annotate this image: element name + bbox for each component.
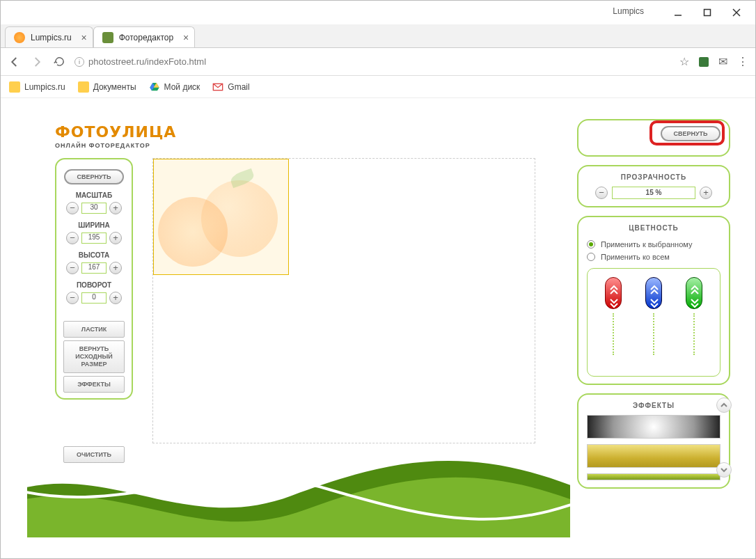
color-panel: ЦВЕТНОСТЬ Применить к выбранному Примени… [577, 216, 730, 385]
color-sliders [587, 268, 720, 377]
image-content [158, 197, 228, 267]
favicon-lumpics-icon [14, 32, 25, 43]
radio-label: Применить к выбранному [601, 240, 693, 249]
width-minus-button[interactable]: − [66, 232, 79, 244]
radio-icon [587, 240, 595, 249]
effect-preset-3[interactable] [587, 473, 720, 480]
scale-minus-button[interactable]: − [66, 202, 79, 214]
selected-image[interactable] [153, 159, 289, 275]
tab-close-icon[interactable]: × [81, 32, 87, 43]
restore-size-button[interactable]: ВЕРНУТЬ ИСХОДНЫЙ РАЗМЕР [63, 340, 125, 373]
app-logo: ФОТОУЛИЦА ОНЛАЙН ФОТОРЕДАКТОР [55, 123, 176, 149]
effect-preset-2[interactable] [587, 444, 720, 468]
back-button[interactable] [8, 55, 22, 69]
tab-close-icon[interactable]: × [183, 32, 189, 43]
eraser-button[interactable]: ЛАСТИК [63, 321, 125, 338]
favicon-photoeditor-icon [102, 32, 113, 43]
folder-icon [9, 81, 20, 93]
effect-preset-1[interactable] [587, 415, 720, 439]
site-info-icon[interactable]: i [74, 57, 84, 67]
transparency-value[interactable]: 15 % [612, 187, 695, 199]
rotate-plus-button[interactable]: + [109, 292, 122, 304]
editor-canvas[interactable] [152, 158, 535, 443]
av-shield-icon[interactable] [699, 57, 709, 67]
clear-button[interactable]: ОЧИСТИТЬ [63, 446, 125, 463]
scale-label: МАСШТАБ [61, 191, 127, 199]
forward-button[interactable] [30, 55, 44, 69]
transparency-minus-button[interactable]: − [595, 187, 608, 199]
svg-rect-1 [704, 10, 711, 16]
effects-button[interactable]: ЭФФЕКТЫ [63, 376, 125, 393]
effects-panel: ЭФФЕКТЫ [577, 393, 730, 489]
star-icon[interactable]: ☆ [679, 55, 689, 68]
rotate-stepper: − 0 + [61, 292, 127, 304]
slider-knob-icon [686, 277, 702, 309]
navbar: i photostreet.ru/indexFoto.html ☆ ✉ ⋮ [1, 48, 755, 76]
window-minimize-button[interactable] [663, 3, 693, 22]
slider-knob-icon [645, 277, 662, 309]
apply-selected-radio[interactable]: Применить к выбранному [587, 240, 720, 249]
red-slider[interactable] [605, 277, 622, 355]
width-plus-button[interactable]: + [109, 232, 122, 244]
width-value[interactable]: 195 [81, 233, 107, 244]
height-stepper: − 167 + [61, 262, 127, 274]
tab-strip: Lumpics.ru × Фоторедактор × [1, 24, 755, 48]
height-label: ВЫСОТА [61, 251, 127, 259]
height-value[interactable]: 167 [81, 262, 107, 274]
bookmark-documents[interactable]: Документы [78, 81, 136, 93]
radio-icon [587, 253, 595, 261]
slider-knob-icon [605, 277, 622, 309]
gmail-icon [212, 81, 223, 93]
rotate-minus-button[interactable]: − [66, 292, 79, 304]
window-maximize-button[interactable] [693, 3, 722, 22]
rotate-value[interactable]: 0 [81, 292, 107, 304]
window-title: Lumpics [613, 6, 644, 16]
effects-scroll-down-button[interactable] [716, 462, 732, 478]
folder-icon [78, 81, 89, 93]
left-panel: СВЕРНУТЬ МАСШТАБ − 30 + ШИРИНА − 195 + В… [55, 158, 133, 400]
drive-icon [149, 81, 160, 93]
collapse-panel: СВЕРНУТЬ [577, 119, 730, 157]
bookmark-drive[interactable]: Мой диск [149, 81, 200, 93]
height-plus-button[interactable]: + [109, 262, 122, 274]
radio-label: Применить ко всем [601, 253, 670, 261]
window-close-button[interactable] [722, 3, 751, 22]
height-minus-button[interactable]: − [66, 262, 79, 274]
width-label: ШИРИНА [61, 221, 127, 229]
scale-value[interactable]: 30 [81, 203, 107, 214]
collapse-right-button[interactable]: СВЕРНУТЬ [661, 126, 720, 141]
rotate-label: ПОВОРОТ [61, 281, 127, 289]
bookmark-gmail[interactable]: Gmail [212, 81, 249, 93]
transparency-title: ПРОЗРАЧНОСТЬ [587, 173, 720, 181]
transparency-plus-button[interactable]: + [700, 187, 712, 199]
logo-main: ФОТОУЛИЦА [55, 123, 176, 141]
effects-scroll-up-button[interactable] [716, 397, 732, 413]
width-stepper: − 195 + [61, 232, 127, 244]
mail-icon[interactable]: ✉ [718, 55, 727, 68]
tab-photoeditor[interactable]: Фоторедактор × [93, 26, 195, 47]
effects-title: ЭФФЕКТЫ [587, 402, 720, 409]
color-title: ЦВЕТНОСТЬ [587, 224, 720, 232]
blue-slider[interactable] [645, 277, 662, 355]
tab-label: Фоторедактор [119, 33, 173, 42]
green-slider[interactable] [686, 277, 702, 355]
scale-stepper: − 30 + [61, 202, 127, 214]
apply-all-radio[interactable]: Применить ко всем [587, 253, 720, 261]
logo-subtitle: ОНЛАЙН ФОТОРЕДАКТОР [55, 142, 176, 149]
transparency-panel: ПРОЗРАЧНОСТЬ − 15 % + [577, 165, 730, 207]
bookmark-lumpics[interactable]: Lumpics.ru [9, 81, 65, 93]
scale-plus-button[interactable]: + [109, 202, 122, 214]
tab-label: Lumpics.ru [31, 33, 72, 42]
collapse-left-button[interactable]: СВЕРНУТЬ [64, 169, 124, 184]
menu-icon[interactable]: ⋮ [737, 55, 748, 68]
address-bar[interactable]: i photostreet.ru/indexFoto.html [74, 56, 671, 67]
bookmarks-bar: Lumpics.ru Документы Мой диск Gmail [1, 76, 755, 98]
window-titlebar: Lumpics [1, 1, 755, 24]
tab-lumpics[interactable]: Lumpics.ru × [5, 26, 93, 47]
reload-button[interactable] [52, 55, 66, 69]
url-text: photostreet.ru/indexFoto.html [88, 56, 206, 67]
